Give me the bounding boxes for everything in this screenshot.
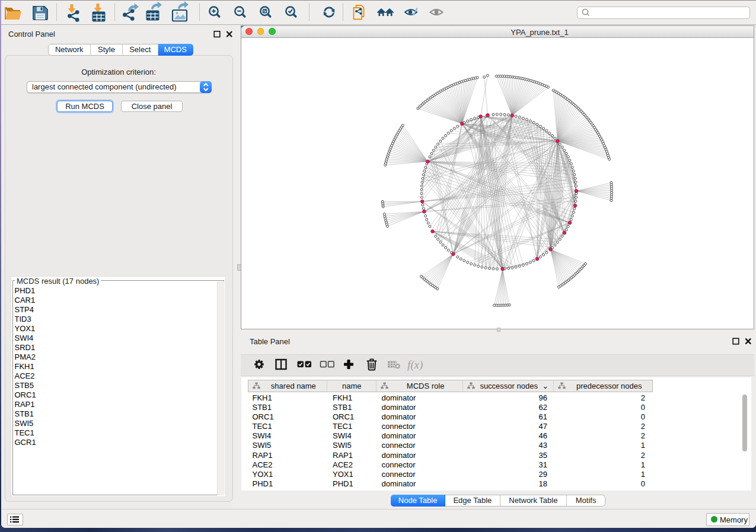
- svg-text:f(x): f(x): [407, 358, 423, 371]
